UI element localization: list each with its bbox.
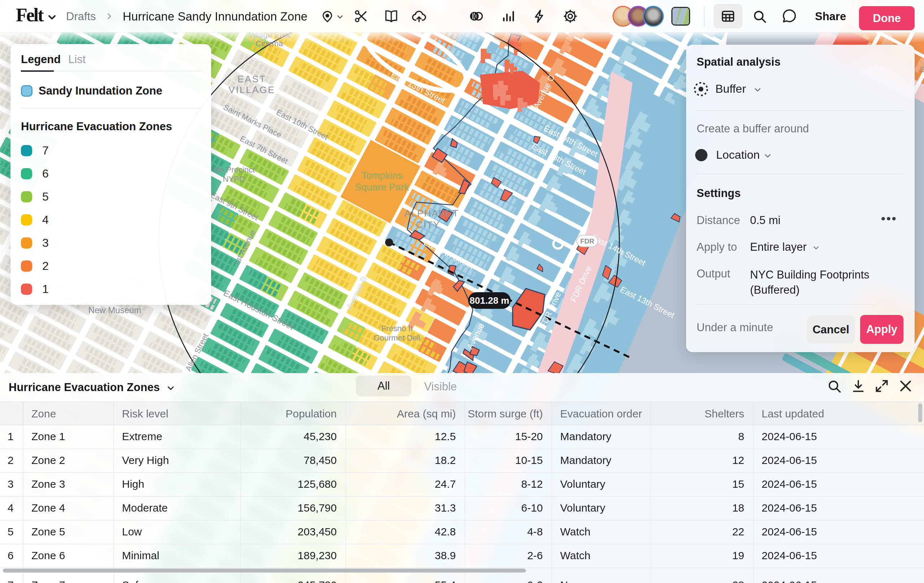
- svg-text:Gourmet Deli: Gourmet Deli: [374, 333, 421, 343]
- svg-text:Fresno II: Fresno II: [381, 324, 413, 333]
- svg-text:Square Park: Square Park: [355, 182, 409, 193]
- svg-text:ALPHABET: ALPHABET: [404, 208, 459, 219]
- svg-text:Tompkins: Tompkins: [361, 170, 403, 181]
- svg-text:CITY: CITY: [416, 219, 440, 230]
- svg-text:New Museum: New Museum: [88, 305, 142, 315]
- svg-text:NYPD: NYPD: [223, 175, 245, 184]
- svg-text:801.28 m: 801.28 m: [470, 295, 509, 306]
- svg-text:VILLAGE: VILLAGE: [228, 84, 275, 95]
- svg-text:9th Precinct: 9th Precinct: [213, 165, 255, 174]
- svg-text:EAST: EAST: [238, 74, 266, 84]
- svg-text:Sa: Sa: [920, 65, 924, 74]
- svg-text:FDR: FDR: [580, 237, 594, 245]
